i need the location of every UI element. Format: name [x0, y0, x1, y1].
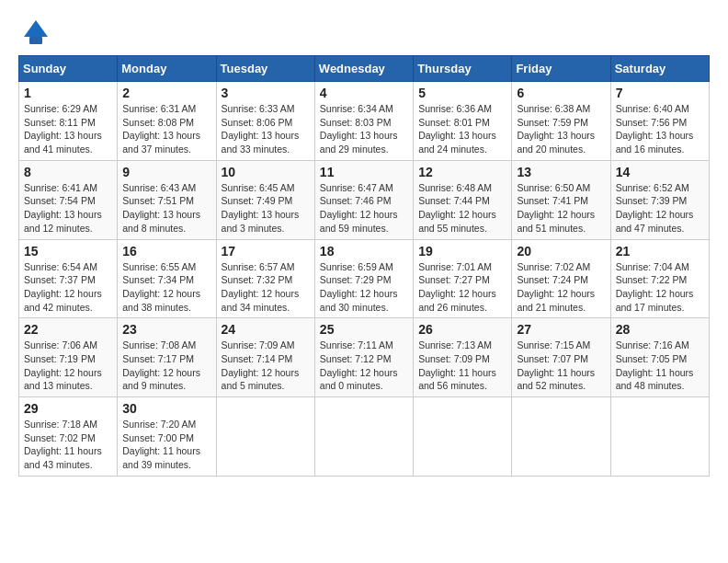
day-number: 12: [418, 165, 506, 179]
calendar-cell: 12Sunrise: 6:48 AMSunset: 7:44 PMDayligh…: [414, 160, 512, 239]
calendar-week-5: 29Sunrise: 7:18 AMSunset: 7:02 PMDayligh…: [19, 397, 710, 477]
day-info: Sunrise: 7:13 AMSunset: 7:09 PMDaylight:…: [418, 339, 506, 393]
day-number: 10: [222, 165, 310, 179]
calendar-cell: 22Sunrise: 7:06 AMSunset: 7:19 PMDayligh…: [19, 318, 118, 397]
day-info: Sunrise: 6:45 AMSunset: 7:49 PMDaylight:…: [222, 181, 310, 236]
calendar-cell: 14Sunrise: 6:52 AMSunset: 7:39 PMDayligh…: [610, 160, 709, 239]
day-info: Sunrise: 7:01 AMSunset: 7:27 PMDaylight:…: [418, 260, 506, 315]
day-info: Sunrise: 6:59 AMSunset: 7:29 PMDaylight:…: [320, 260, 408, 315]
calendar-cell: 20Sunrise: 7:02 AMSunset: 7:24 PMDayligh…: [512, 239, 610, 318]
header-cell-sunday: Sunday: [19, 56, 118, 82]
calendar-cell: 24Sunrise: 7:09 AMSunset: 7:14 PMDayligh…: [216, 318, 314, 397]
day-number: 24: [222, 322, 310, 337]
day-number: 30: [122, 401, 210, 416]
day-info: Sunrise: 7:20 AMSunset: 7:00 PMDaylight:…: [122, 418, 210, 472]
day-number: 11: [320, 165, 408, 179]
calendar-cell: 15Sunrise: 6:54 AMSunset: 7:37 PMDayligh…: [19, 239, 118, 318]
day-number: 17: [222, 244, 310, 259]
day-info: Sunrise: 6:48 AMSunset: 7:44 PMDaylight:…: [418, 181, 506, 236]
day-number: 4: [320, 86, 408, 100]
svg-marker-0: [24, 20, 48, 37]
day-number: 18: [320, 244, 408, 259]
calendar-cell: 28Sunrise: 7:16 AMSunset: 7:05 PMDayligh…: [610, 318, 709, 397]
day-info: Sunrise: 6:57 AMSunset: 7:32 PMDaylight:…: [222, 260, 310, 315]
calendar-header: SundayMondayTuesdayWednesdayThursdayFrid…: [19, 56, 710, 82]
logo: [18, 18, 50, 46]
calendar-cell: 1Sunrise: 6:29 AMSunset: 8:11 PMDaylight…: [19, 82, 118, 161]
day-info: Sunrise: 7:15 AMSunset: 7:07 PMDaylight:…: [517, 339, 605, 393]
day-number: 14: [616, 165, 704, 179]
day-number: 28: [616, 322, 704, 337]
day-number: 21: [616, 244, 704, 259]
day-info: Sunrise: 6:52 AMSunset: 7:39 PMDaylight:…: [616, 181, 704, 236]
calendar-cell: [414, 397, 512, 477]
day-number: 16: [122, 244, 210, 259]
day-number: 1: [24, 86, 112, 100]
calendar-cell: [314, 397, 413, 477]
day-number: 13: [517, 165, 605, 179]
day-info: Sunrise: 7:06 AMSunset: 7:19 PMDaylight:…: [24, 339, 112, 393]
day-number: 22: [24, 322, 112, 337]
day-info: Sunrise: 6:34 AMSunset: 8:03 PMDaylight:…: [320, 102, 408, 156]
header-cell-saturday: Saturday: [610, 56, 709, 82]
calendar-week-4: 22Sunrise: 7:06 AMSunset: 7:19 PMDayligh…: [19, 318, 710, 397]
day-info: Sunrise: 7:16 AMSunset: 7:05 PMDaylight:…: [616, 339, 704, 393]
calendar-cell: 11Sunrise: 6:47 AMSunset: 7:46 PMDayligh…: [314, 160, 413, 239]
day-number: 7: [616, 86, 704, 100]
day-number: 5: [418, 86, 506, 100]
page-header: [18, 18, 710, 46]
calendar-cell: [216, 397, 314, 477]
header-cell-monday: Monday: [118, 56, 216, 82]
day-number: 27: [517, 322, 605, 337]
calendar-cell: 29Sunrise: 7:18 AMSunset: 7:02 PMDayligh…: [19, 397, 118, 477]
day-info: Sunrise: 6:43 AMSunset: 7:51 PMDaylight:…: [122, 181, 210, 236]
calendar-cell: 27Sunrise: 7:15 AMSunset: 7:07 PMDayligh…: [512, 318, 610, 397]
calendar-cell: 17Sunrise: 6:57 AMSunset: 7:32 PMDayligh…: [216, 239, 314, 318]
day-number: 8: [24, 165, 112, 179]
day-info: Sunrise: 6:40 AMSunset: 7:56 PMDaylight:…: [616, 102, 704, 156]
calendar-cell: 19Sunrise: 7:01 AMSunset: 7:27 PMDayligh…: [414, 239, 512, 318]
calendar-cell: [610, 397, 709, 477]
day-info: Sunrise: 7:08 AMSunset: 7:17 PMDaylight:…: [122, 339, 210, 393]
calendar-table: SundayMondayTuesdayWednesdayThursdayFrid…: [18, 55, 710, 477]
header-cell-thursday: Thursday: [414, 56, 512, 82]
day-number: 26: [418, 322, 506, 337]
day-info: Sunrise: 7:02 AMSunset: 7:24 PMDaylight:…: [517, 260, 605, 315]
day-info: Sunrise: 6:55 AMSunset: 7:34 PMDaylight:…: [122, 260, 210, 315]
day-number: 3: [222, 86, 310, 100]
day-info: Sunrise: 6:31 AMSunset: 8:08 PMDaylight:…: [122, 102, 210, 156]
header-cell-wednesday: Wednesday: [314, 56, 413, 82]
day-info: Sunrise: 6:33 AMSunset: 8:06 PMDaylight:…: [222, 102, 310, 156]
day-info: Sunrise: 7:18 AMSunset: 7:02 PMDaylight:…: [24, 418, 112, 472]
day-info: Sunrise: 6:41 AMSunset: 7:54 PMDaylight:…: [24, 181, 112, 236]
day-number: 2: [122, 86, 210, 100]
calendar-cell: 2Sunrise: 6:31 AMSunset: 8:08 PMDaylight…: [118, 82, 216, 161]
day-info: Sunrise: 6:54 AMSunset: 7:37 PMDaylight:…: [24, 260, 112, 315]
svg-rect-1: [29, 37, 42, 44]
calendar-week-2: 8Sunrise: 6:41 AMSunset: 7:54 PMDaylight…: [19, 160, 710, 239]
header-row: SundayMondayTuesdayWednesdayThursdayFrid…: [19, 56, 710, 82]
calendar-cell: 3Sunrise: 6:33 AMSunset: 8:06 PMDaylight…: [216, 82, 314, 161]
day-number: 15: [24, 244, 112, 259]
day-info: Sunrise: 6:36 AMSunset: 8:01 PMDaylight:…: [418, 102, 506, 156]
calendar-cell: 8Sunrise: 6:41 AMSunset: 7:54 PMDaylight…: [19, 160, 118, 239]
day-info: Sunrise: 6:47 AMSunset: 7:46 PMDaylight:…: [320, 181, 408, 236]
calendar-week-3: 15Sunrise: 6:54 AMSunset: 7:37 PMDayligh…: [19, 239, 710, 318]
day-number: 23: [122, 322, 210, 337]
calendar-cell: 16Sunrise: 6:55 AMSunset: 7:34 PMDayligh…: [118, 239, 216, 318]
calendar-cell: 30Sunrise: 7:20 AMSunset: 7:00 PMDayligh…: [118, 397, 216, 477]
calendar-cell: 21Sunrise: 7:04 AMSunset: 7:22 PMDayligh…: [610, 239, 709, 318]
calendar-cell: 7Sunrise: 6:40 AMSunset: 7:56 PMDaylight…: [610, 82, 709, 161]
calendar-body: 1Sunrise: 6:29 AMSunset: 8:11 PMDaylight…: [19, 82, 710, 477]
day-info: Sunrise: 6:38 AMSunset: 7:59 PMDaylight:…: [517, 102, 605, 156]
calendar-cell: 13Sunrise: 6:50 AMSunset: 7:41 PMDayligh…: [512, 160, 610, 239]
day-number: 9: [122, 165, 210, 179]
calendar-cell: 5Sunrise: 6:36 AMSunset: 8:01 PMDaylight…: [414, 82, 512, 161]
day-number: 6: [517, 86, 605, 100]
header-cell-tuesday: Tuesday: [216, 56, 314, 82]
day-info: Sunrise: 6:29 AMSunset: 8:11 PMDaylight:…: [24, 102, 112, 156]
calendar-cell: 23Sunrise: 7:08 AMSunset: 7:17 PMDayligh…: [118, 318, 216, 397]
calendar-cell: 9Sunrise: 6:43 AMSunset: 7:51 PMDaylight…: [118, 160, 216, 239]
calendar-cell: 4Sunrise: 6:34 AMSunset: 8:03 PMDaylight…: [314, 82, 413, 161]
day-info: Sunrise: 6:50 AMSunset: 7:41 PMDaylight:…: [517, 181, 605, 236]
